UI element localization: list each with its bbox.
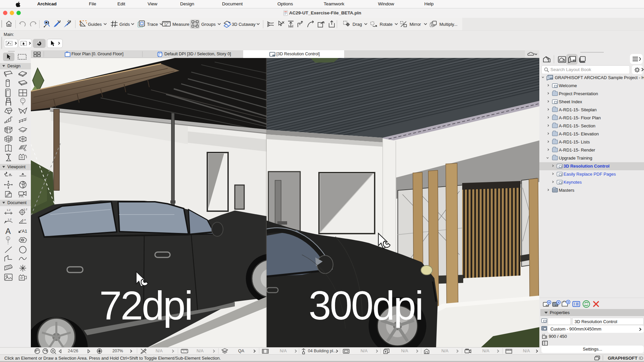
- svg-text:1.2: 1.2: [8, 218, 12, 221]
- svg-text:1.2: 1.2: [7, 208, 11, 212]
- svg-text:300dpi: 300dpi: [309, 283, 422, 328]
- svg-text:1: 1: [7, 237, 9, 240]
- svg-text:α: α: [24, 218, 26, 221]
- svg-text:12: 12: [164, 23, 167, 26]
- svg-text:72dpi: 72dpi: [99, 283, 192, 328]
- svg-text:A1: A1: [22, 229, 27, 234]
- svg-text:1.2: 1.2: [23, 208, 27, 211]
- svg-text:A: A: [5, 227, 11, 235]
